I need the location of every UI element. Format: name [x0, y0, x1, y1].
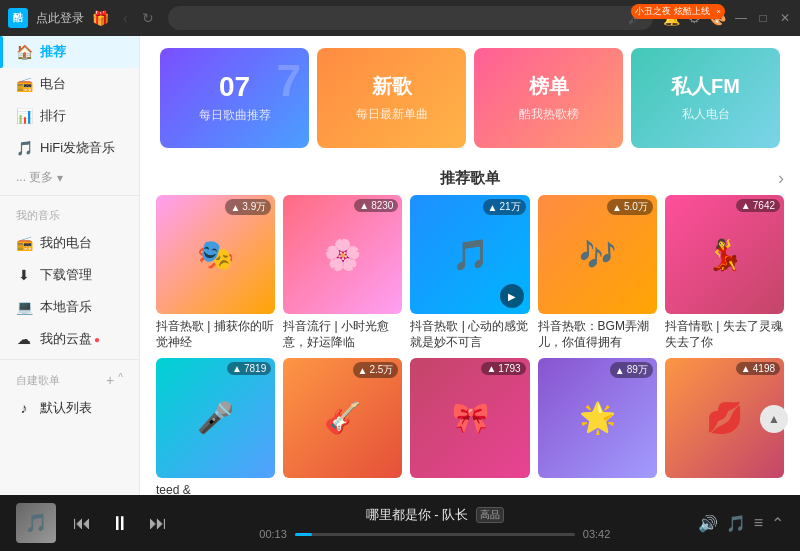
back-button[interactable]: ‹ — [119, 8, 132, 28]
sidebar-item-recommend[interactable]: 🏠 推荐 — [0, 36, 139, 68]
fm-title: 私人FM — [671, 73, 740, 100]
playlist-thumb-5: 💃 ▲7642 — [665, 195, 784, 314]
playlist-name-4: 抖音热歌：BGM弄潮儿，你值得拥有 — [538, 319, 657, 350]
playlist-item-7[interactable]: 🎸 ▲2.5万 — [279, 358, 406, 495]
chart-title: 榜单 — [529, 73, 569, 100]
sidebar-item-download[interactable]: ⬇ 下载管理 — [0, 259, 139, 291]
hero-card-chart[interactable]: 榜单 酷我热歌榜 — [474, 48, 623, 148]
notification-close-icon[interactable]: × — [716, 7, 721, 16]
playlist-thumb-7: 🎸 ▲2.5万 — [283, 358, 402, 477]
play-count-4: ▲5.0万 — [607, 199, 653, 215]
recommend-title: 推荐歌单 — [365, 169, 574, 188]
sidebar-item-chart[interactable]: 📊 排行 — [0, 100, 139, 132]
thumb-image-8: 🎀 — [410, 358, 529, 477]
close-button[interactable]: ✕ — [778, 11, 792, 25]
playlist-section-header: 自建歌单 + ^ — [0, 364, 139, 392]
play-pause-button[interactable]: ⏸ — [106, 509, 134, 537]
sidebar-item-radio[interactable]: 📻 电台 — [0, 68, 139, 100]
cloud-icon: ☁ — [16, 331, 32, 347]
new-title: 新歌 — [372, 73, 412, 100]
prev-button[interactable]: ⏮ — [68, 509, 96, 537]
refresh-button[interactable]: ↻ — [138, 8, 158, 28]
thumb-image-5: 💃 — [665, 195, 784, 314]
minimize-button[interactable]: — — [734, 11, 748, 25]
sidebar-label-default-list: 默认列表 — [40, 399, 92, 417]
playlist-item-2[interactable]: 🌸 ▲8230 抖音流行 | 小时光愈意，好运降临 — [279, 195, 406, 350]
quality-badge[interactable]: 高品 — [476, 507, 504, 523]
playlist-item-4[interactable]: 🎶 ▲5.0万 抖音热歌：BGM弄潮儿，你值得拥有 — [534, 195, 661, 350]
main-layout: 🏠 推荐 📻 电台 📊 排行 🎵 HiFi发烧音乐 ... 更多 ▾ 我的音乐 … — [0, 36, 800, 495]
hero-card-fm[interactable]: 私人FM 私人电台 — [631, 48, 780, 148]
list-icon: ♪ — [16, 400, 32, 416]
sidebar-label-my-radio: 我的电台 — [40, 234, 92, 252]
playlist-toggle-icon[interactable]: ^ — [118, 372, 123, 388]
maximize-button[interactable]: □ — [756, 11, 770, 25]
play-count-9: ▲89万 — [610, 362, 653, 378]
player-bar: 🎵 ⏮ ⏸ ⏭ 哪里都是你 - 队长 高品 00:13 03:42 🔊 🎵 ≡ … — [0, 495, 800, 551]
hero-card-new[interactable]: 新歌 每日最新单曲 — [317, 48, 466, 148]
play-count-5: ▲7642 — [736, 199, 780, 212]
search-bar[interactable]: 🎤 — [168, 6, 653, 30]
scroll-up-button[interactable]: ▲ — [760, 405, 788, 433]
playlist-name-1: 抖音热歌 | 捕获你的听觉神经 — [156, 319, 275, 350]
title-bar-left: 酷 点此登录 🎁 — [8, 8, 109, 28]
recommend-header: 推荐歌单 › — [140, 160, 800, 195]
hero-section: 7 07 每日歌曲推荐 新歌 每日最新单曲 榜单 酷我热歌榜 私人FM 私人电台 — [140, 36, 800, 160]
player-title: 哪里都是你 - 队长 高品 — [366, 506, 505, 524]
notification-text: 小丑之夜 炫酷上线 — [635, 6, 710, 16]
sidebar-label-radio: 电台 — [40, 75, 66, 93]
play-overlay-3[interactable]: ▶ — [500, 284, 524, 308]
playlist-item-1[interactable]: 🎭 ▲3.9万 抖音热歌 | 捕获你的听觉神经 — [152, 195, 279, 350]
playlist-thumb-2: 🌸 ▲8230 — [283, 195, 402, 314]
sidebar-item-cloud[interactable]: ☁ 我的云盘● — [0, 323, 139, 355]
sidebar-label-local: 本地音乐 — [40, 298, 92, 316]
playlist-item-8[interactable]: 🎀 ▲1793 — [406, 358, 533, 495]
playlist-item-3[interactable]: 🎵 ▲21万 ▶ 抖音热歌 | 心动的感觉就是妙不可言 — [406, 195, 533, 350]
sidebar-item-default-list[interactable]: ♪ 默认列表 — [0, 392, 139, 424]
playlist-thumb-9: 🌟 ▲89万 — [538, 358, 657, 477]
recommend-more-icon[interactable]: › — [778, 168, 784, 189]
play-count-6: ▲7819 — [227, 362, 271, 375]
hero-card-daily[interactable]: 7 07 每日歌曲推荐 — [160, 48, 309, 148]
sidebar-item-hifi[interactable]: 🎵 HiFi发烧音乐 — [0, 132, 139, 164]
playlist-row-2: 🎤 ▲7819 teed & 🎸 ▲2.5万 🎀 ▲1793 🌟 — [140, 350, 800, 495]
app-logo: 酷 — [8, 8, 28, 28]
divider-1 — [0, 195, 139, 196]
expand-icon[interactable]: ⌃ — [771, 514, 784, 533]
sidebar-label-download: 下载管理 — [40, 266, 92, 284]
more-label: ... 更多 — [16, 169, 53, 186]
next-button[interactable]: ⏭ — [144, 509, 172, 537]
sidebar-item-local[interactable]: 💻 本地音乐 — [0, 291, 139, 323]
hifi-icon: 🎵 — [16, 140, 32, 156]
search-input[interactable] — [178, 11, 628, 25]
sidebar-label-hifi: HiFi发烧音乐 — [40, 139, 115, 157]
playlist-thumb-8: 🎀 ▲1793 — [410, 358, 529, 477]
playlist-item-6[interactable]: 🎤 ▲7819 teed & — [152, 358, 279, 495]
player-right-controls: 🔊 🎵 ≡ ⌃ — [698, 514, 784, 533]
player-thumbnail: 🎵 — [16, 503, 56, 543]
playlist-row-1: 🎭 ▲3.9万 抖音热歌 | 捕获你的听觉神经 🌸 ▲8230 抖音流行 | 小… — [140, 195, 800, 350]
playlist-thumb-4: 🎶 ▲5.0万 — [538, 195, 657, 314]
sound-icon[interactable]: 🎵 — [726, 514, 746, 533]
play-count-2: ▲8230 — [354, 199, 398, 212]
playlist-item-9[interactable]: 🌟 ▲89万 — [534, 358, 661, 495]
progress-bar[interactable] — [295, 533, 575, 536]
sidebar-more[interactable]: ... 更多 ▾ — [0, 164, 139, 191]
playlist-item-5[interactable]: 💃 ▲7642 抖音情歌 | 失去了灵魂失去了你 — [661, 195, 788, 350]
song-title: 哪里都是你 - 队长 — [366, 506, 469, 524]
total-time: 03:42 — [583, 528, 611, 540]
login-button[interactable]: 点此登录 — [36, 10, 84, 27]
play-count-10: ▲4198 — [736, 362, 780, 375]
sidebar-label-chart: 排行 — [40, 107, 66, 125]
volume-icon[interactable]: 🔊 — [698, 514, 718, 533]
sidebar-item-my-radio[interactable]: 📻 我的电台 — [0, 227, 139, 259]
playlist-name-3: 抖音热歌 | 心动的感觉就是妙不可言 — [410, 319, 529, 350]
playlist-title: 自建歌单 — [16, 373, 60, 388]
vip-icon[interactable]: 🎁 — [92, 10, 109, 26]
notification-badge[interactable]: 小丑之夜 炫酷上线 × — [631, 4, 725, 19]
playlist-icon[interactable]: ≡ — [754, 514, 763, 532]
add-playlist-button[interactable]: + — [106, 372, 114, 388]
player-controls: ⏮ ⏸ ⏭ — [68, 509, 172, 537]
chart-icon: 📊 — [16, 108, 32, 124]
playlist-thumb-6: 🎤 ▲7819 — [156, 358, 275, 477]
